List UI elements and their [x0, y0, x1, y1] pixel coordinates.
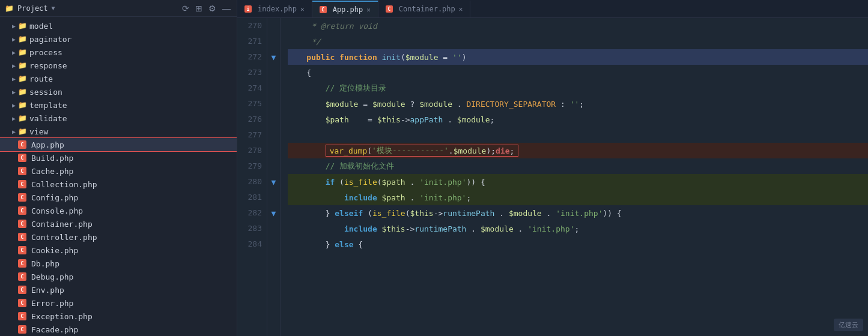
- sidebar-item-container-php[interactable]: ▶ C Container.php: [0, 217, 237, 230]
- sidebar-item-template[interactable]: ▶ 📁 template: [0, 98, 237, 112]
- file-db-label: Db.php: [31, 259, 59, 268]
- folder-session-icon: 📁: [18, 88, 27, 96]
- sidebar-item-cache-php[interactable]: ▶ C Cache.php: [0, 164, 237, 178]
- file-controller-label: Controller.php: [31, 233, 97, 242]
- sidebar-item-session[interactable]: ▶ 📁 session: [0, 85, 237, 98]
- php-icon-cookie: C: [18, 246, 26, 254]
- file-cookie-label: Cookie.php: [31, 246, 78, 255]
- gutter-274: [267, 80, 280, 96]
- gutter-277: [267, 127, 280, 143]
- sidebar-item-cookie-php[interactable]: ▶ C Cookie.php: [0, 244, 237, 257]
- ln-273: 273: [242, 65, 262, 80]
- file-env-label: Env.php: [31, 286, 64, 295]
- ln-277: 277: [242, 127, 262, 143]
- php-icon-facade: C: [18, 325, 26, 334]
- code-line-274: // 定位模块目录: [288, 80, 868, 96]
- sidebar-item-app-php[interactable]: ▶ C App.php: [0, 138, 237, 151]
- code-line-273: {: [288, 65, 868, 80]
- collapse-button[interactable]: —: [221, 4, 232, 13]
- code-line-270: * @return void: [288, 18, 868, 34]
- watermark-text: 亿速云: [839, 321, 858, 329]
- gutter-column: ▼ ▼ ▼: [267, 18, 281, 336]
- sidebar-item-config-php[interactable]: ▶ C Config.php: [0, 191, 237, 204]
- tab-index-php[interactable]: i index.php ✕: [237, 1, 312, 17]
- folder-model-label: model: [29, 22, 53, 31]
- tab-container-icon: C: [386, 5, 393, 13]
- php-icon-controller: C: [18, 233, 26, 241]
- sidebar-item-response[interactable]: ▶ 📁 response: [0, 59, 237, 72]
- code-282-text: } elseif (is_file($this->runtimePath . $…: [288, 209, 622, 218]
- sidebar-item-route[interactable]: ▶ 📁 route: [0, 72, 237, 85]
- ln-278: 278: [242, 143, 262, 158]
- php-icon-collection: C: [18, 180, 26, 188]
- tab-index-label: index.php: [258, 5, 297, 13]
- code-280-text: if (is_file($path . 'init.php')) {: [288, 178, 485, 187]
- code-283-text: include $this->runtimePath . $module . '…: [288, 224, 579, 233]
- php-icon-container: C: [18, 220, 26, 228]
- tabs-bar: i index.php ✕ C App.php ✕ C Container.ph…: [237, 0, 868, 18]
- folder-paginator-icon: 📁: [18, 35, 27, 43]
- tab-app-close[interactable]: ✕: [366, 6, 371, 14]
- sidebar-item-exception-php[interactable]: ▶ C Exception.php: [0, 310, 237, 323]
- tab-app-php[interactable]: C App.php ✕: [312, 1, 378, 17]
- folder-route-label: route: [29, 74, 53, 83]
- sidebar-item-env-php[interactable]: ▶ C Env.php: [0, 283, 237, 296]
- sidebar-tools: ⟳ ⊞ ⚙ —: [181, 4, 232, 13]
- folder-template-label: template: [29, 101, 67, 110]
- folder-response-icon: 📁: [18, 61, 27, 70]
- gutter-284: [267, 236, 280, 252]
- file-exception-label: Exception.php: [31, 312, 93, 321]
- gutter-272: ▼: [267, 49, 280, 65]
- folder-response-label: response: [29, 61, 67, 70]
- split-button[interactable]: ⊞: [194, 4, 204, 13]
- code-line-272: public function init($module = ''): [288, 49, 868, 65]
- file-build-label: Build.php: [31, 154, 73, 163]
- sidebar-item-console-php[interactable]: ▶ C Console.php: [0, 204, 237, 217]
- folder-view-label: view: [29, 127, 48, 136]
- sync-button[interactable]: ⟳: [181, 4, 190, 13]
- code-line-276: $path = $this->appPath . $module;: [288, 112, 868, 127]
- file-error-label: Error.php: [31, 299, 73, 308]
- sidebar-item-build-php[interactable]: ▶ C Build.php: [0, 151, 237, 164]
- code-content[interactable]: * @return void */ public function init($…: [281, 18, 868, 336]
- sidebar-item-controller-php[interactable]: ▶ C Controller.php: [0, 230, 237, 244]
- folder-paginator-label: paginator: [29, 35, 71, 44]
- sidebar-item-validate[interactable]: ▶ 📁 validate: [0, 112, 237, 125]
- tab-container-php[interactable]: C Container.php ✕: [378, 1, 471, 17]
- tab-container-close[interactable]: ✕: [459, 5, 463, 13]
- ln-284: 284: [242, 236, 262, 252]
- code-line-280: if (is_file($path . 'init.php')) {: [288, 174, 868, 190]
- gutter-275: [267, 96, 280, 112]
- php-icon-config: C: [18, 193, 26, 202]
- gutter-281: [267, 190, 280, 205]
- code-273-text: {: [288, 68, 311, 77]
- sidebar-item-model[interactable]: ▶ 📁 model: [0, 19, 237, 32]
- sidebar-item-paginator[interactable]: ▶ 📁 paginator: [0, 32, 237, 46]
- gutter-278: [267, 143, 280, 158]
- sidebar-item-error-php[interactable]: ▶ C Error.php: [0, 296, 237, 310]
- php-icon-cache: C: [18, 167, 26, 175]
- file-debug-label: Debug.php: [31, 272, 73, 281]
- sidebar-item-collection-php[interactable]: ▶ C Collection.php: [0, 178, 237, 191]
- gutter-276: [267, 112, 280, 127]
- folder-template-icon: 📁: [18, 101, 27, 109]
- code-274-text: // 定位模块目录: [288, 83, 386, 94]
- sidebar-dropdown-icon[interactable]: ▼: [52, 5, 55, 11]
- sidebar-item-view[interactable]: ▶ 📁 view: [0, 125, 237, 138]
- sidebar-item-debug-php[interactable]: ▶ C Debug.php: [0, 270, 237, 283]
- tab-index-icon: i: [244, 5, 252, 13]
- code-271-text: */: [288, 37, 321, 46]
- tab-container-label: Container.php: [399, 5, 455, 13]
- file-facade-label: Facade.php: [31, 325, 78, 334]
- settings-button[interactable]: ⚙: [207, 4, 217, 13]
- file-console-label: Console.php: [31, 206, 83, 215]
- code-270-text: * @return void: [288, 22, 377, 31]
- folder-validate-label: validate: [29, 114, 67, 123]
- sidebar-item-facade-php[interactable]: ▶ C Facade.php: [0, 323, 237, 336]
- ln-276: 276: [242, 112, 262, 127]
- sidebar-item-db-php[interactable]: ▶ C Db.php: [0, 257, 237, 270]
- sidebar-item-process[interactable]: ▶ 📁 process: [0, 46, 237, 59]
- tab-index-close[interactable]: ✕: [300, 5, 305, 13]
- code-line-279: // 加载初始化文件: [288, 158, 868, 174]
- php-icon-error: C: [18, 299, 26, 307]
